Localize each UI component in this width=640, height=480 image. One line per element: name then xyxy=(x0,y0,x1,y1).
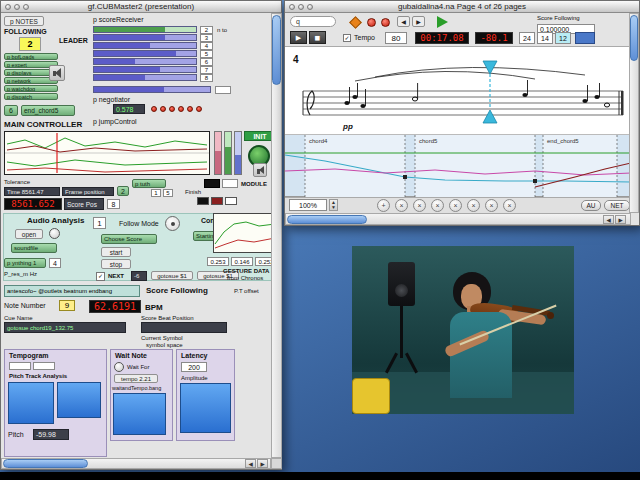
score-scroll-right-arrow[interactable]: ▶ xyxy=(615,215,626,224)
choose-score-menu[interactable]: Choose Score xyxy=(101,234,157,244)
follow-mode-dial[interactable] xyxy=(165,216,180,231)
stop-button[interactable]: stop xyxy=(101,259,131,269)
speaker-icon-2[interactable] xyxy=(253,163,267,177)
status-led-1[interactable] xyxy=(151,106,157,112)
max-vscrollbar-thumb[interactable] xyxy=(272,15,281,85)
zoom-select[interactable]: 100% xyxy=(289,199,327,211)
channel-number-2[interactable]: 3 xyxy=(200,34,213,42)
au-button[interactable]: AU xyxy=(581,200,601,211)
counter-chip-2[interactable]: 14 xyxy=(537,32,553,44)
tool-button-8[interactable]: × xyxy=(503,199,516,212)
zoom-stepper[interactable]: ▲▼ xyxy=(329,199,338,211)
cursor-up-arrow-icon[interactable] xyxy=(483,110,497,123)
status-led-6[interactable] xyxy=(196,106,202,112)
tempogram-box-1[interactable] xyxy=(9,362,31,370)
ynthing-box[interactable]: p ynthing 1 xyxy=(4,258,46,268)
swatch-black[interactable] xyxy=(197,197,209,205)
level-bar-2[interactable] xyxy=(93,34,197,41)
max-window-controls[interactable] xyxy=(5,4,29,10)
counter-chip-3[interactable]: 12 xyxy=(555,32,571,44)
open-bang-button[interactable] xyxy=(49,228,60,239)
score-vscrollbar-thumb[interactable] xyxy=(630,15,638,61)
open-button[interactable]: open xyxy=(15,229,43,239)
swatch-red[interactable] xyxy=(211,197,223,205)
tool-button-2[interactable]: × xyxy=(395,199,408,212)
num-8-box[interactable]: 8 xyxy=(107,199,120,209)
record-icon[interactable] xyxy=(367,18,376,27)
status-led-3[interactable] xyxy=(169,106,175,112)
play-icon[interactable] xyxy=(437,16,448,28)
record-icon-2[interactable] xyxy=(381,18,390,27)
channel-number-1[interactable]: 2 xyxy=(200,26,213,34)
status-led-2[interactable] xyxy=(160,106,166,112)
tempo-value-box[interactable]: 80 xyxy=(385,32,407,44)
level-bar-3[interactable] xyxy=(93,42,197,49)
level-bar-1[interactable] xyxy=(93,26,197,33)
score-titlebar[interactable]: gubaidalina4.na Page 4 of 26 pages xyxy=(285,1,639,13)
tool-button-4[interactable]: × xyxy=(431,199,444,212)
gain-slider-1[interactable] xyxy=(214,131,222,175)
wait-for-bang[interactable] xyxy=(114,362,124,372)
tool-button-5[interactable]: × xyxy=(449,199,462,212)
master-bar-value[interactable] xyxy=(215,86,231,94)
status-led-5[interactable] xyxy=(187,106,193,112)
antescofo-object-box[interactable]: antescofo~ @outlets beatnum endbang xyxy=(4,285,140,297)
score-window-controls[interactable] xyxy=(289,4,313,10)
end-chord-box[interactable]: end_chord5 xyxy=(21,105,75,116)
score-scroll-left-arrow[interactable]: ◀ xyxy=(603,215,614,224)
gotosue-message-1[interactable]: gotosue $1 xyxy=(151,271,193,280)
following-count-box[interactable]: 2 xyxy=(19,37,41,51)
soundfile-menu[interactable]: soundfile xyxy=(11,243,57,253)
status-led-4[interactable] xyxy=(178,106,184,112)
max-hscrollbar-thumb[interactable] xyxy=(3,459,88,468)
gain-slider-3[interactable] xyxy=(234,131,242,175)
p-notes-button[interactable]: p NOTES xyxy=(4,16,44,26)
score-hscrollbar-thumb[interactable] xyxy=(287,215,367,224)
latency-value-box[interactable]: 200 xyxy=(181,362,207,372)
tempogram-box-2[interactable] xyxy=(33,362,55,370)
zoom-icon[interactable] xyxy=(23,4,29,10)
tool-button-3[interactable]: × xyxy=(413,199,426,212)
level-bar-6[interactable] xyxy=(93,66,197,73)
function-editor[interactable] xyxy=(4,131,210,175)
prev-page-button[interactable]: ◀ xyxy=(397,16,410,27)
green-count-box[interactable]: 2 xyxy=(117,186,129,196)
level-bar-4[interactable] xyxy=(93,50,197,57)
tuth-menu[interactable]: p tuth xyxy=(132,179,166,188)
transport-play-button[interactable]: ▶ xyxy=(290,31,307,44)
audio-one-box[interactable]: 1 xyxy=(93,217,106,229)
module-button-bpfloads[interactable]: p bpfLoads xyxy=(4,53,58,60)
score-zoom-icon[interactable] xyxy=(307,4,313,10)
chord-step-box[interactable]: 6 xyxy=(4,105,18,116)
net-button[interactable]: NET xyxy=(604,200,630,211)
counter-chip-1[interactable]: 24 xyxy=(519,32,535,44)
tool-button-7[interactable]: × xyxy=(485,199,498,212)
close-icon[interactable] xyxy=(5,4,11,10)
channel-number-4[interactable]: 5 xyxy=(200,50,213,58)
num-5-box[interactable]: 5 xyxy=(163,189,173,197)
channel-number-5[interactable]: 6 xyxy=(200,58,213,66)
tempo-checkbox[interactable]: ✓ xyxy=(343,34,351,42)
speaker-icon[interactable] xyxy=(49,65,65,81)
tool-button-1[interactable]: + xyxy=(377,199,390,212)
swatch-white[interactable] xyxy=(225,197,237,205)
level-bar-7[interactable] xyxy=(93,74,197,81)
channel-number-6[interactable]: 7 xyxy=(200,66,213,74)
search-input[interactable]: q xyxy=(290,16,336,27)
max-scroll-left-arrow[interactable]: ◀ xyxy=(245,459,256,468)
transport-stop-button[interactable]: ◼ xyxy=(309,31,326,44)
score-close-icon[interactable] xyxy=(289,4,295,10)
module-button-dispatch[interactable]: p dispatch xyxy=(4,93,58,100)
module-button-watchdog[interactable]: p watchdog xyxy=(4,85,58,92)
num-1-box[interactable]: 1 xyxy=(151,189,161,197)
max-titlebar[interactable]: gf.CUBMaster2 (presentation) xyxy=(1,1,281,13)
level-bar-5[interactable] xyxy=(93,58,197,65)
module-white-box[interactable] xyxy=(222,179,238,188)
master-bar[interactable] xyxy=(93,86,211,93)
channel-number-7[interactable]: 8 xyxy=(200,74,213,82)
next-page-button[interactable]: ▶ xyxy=(412,16,425,27)
module-black-box[interactable] xyxy=(204,179,220,188)
start-button[interactable]: start xyxy=(101,247,131,257)
next-checkbox[interactable]: ✓ xyxy=(96,272,105,281)
minimize-icon[interactable] xyxy=(14,4,20,10)
